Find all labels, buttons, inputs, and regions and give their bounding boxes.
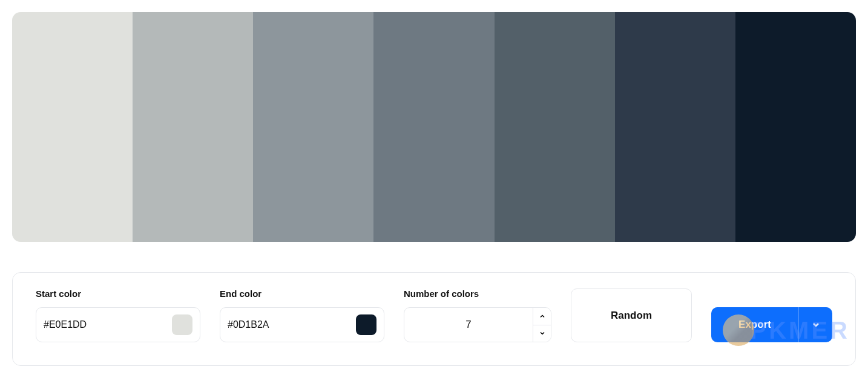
- number-of-colors-input[interactable]: [404, 308, 533, 342]
- decrement-button[interactable]: [533, 325, 551, 342]
- chevron-down-icon: [811, 320, 821, 330]
- number-of-colors-input-wrap: [404, 307, 551, 342]
- export-dropdown-button[interactable]: [798, 307, 832, 342]
- controls-panel: Start color End color Number of colors: [12, 272, 856, 366]
- export-button[interactable]: Export: [711, 307, 798, 342]
- end-color-input[interactable]: [228, 319, 349, 330]
- start-color-preview[interactable]: [172, 314, 192, 335]
- color-swatch[interactable]: [615, 12, 735, 242]
- start-color-label: Start color: [36, 288, 200, 299]
- start-color-input-wrap[interactable]: [36, 307, 200, 342]
- end-color-preview[interactable]: [356, 314, 376, 335]
- start-color-input[interactable]: [44, 319, 165, 330]
- color-swatch[interactable]: [495, 12, 615, 242]
- color-swatch[interactable]: [735, 12, 856, 242]
- chevron-up-icon: [539, 313, 546, 320]
- increment-button[interactable]: [533, 308, 551, 325]
- export-button-group: Export: [711, 307, 832, 342]
- end-color-label: End color: [220, 288, 384, 299]
- random-action-group: Random: [571, 288, 692, 342]
- random-button[interactable]: Random: [571, 288, 692, 342]
- export-action-group: Export: [711, 288, 832, 342]
- start-color-group: Start color: [36, 288, 200, 342]
- number-spinners: [533, 308, 551, 342]
- end-color-input-wrap[interactable]: [220, 307, 384, 342]
- color-swatch[interactable]: [133, 12, 253, 242]
- color-swatch[interactable]: [12, 12, 133, 242]
- number-of-colors-group: Number of colors: [404, 288, 551, 342]
- end-color-group: End color: [220, 288, 384, 342]
- chevron-down-icon: [539, 330, 546, 337]
- number-of-colors-label: Number of colors: [404, 288, 551, 299]
- color-palette: [12, 12, 856, 242]
- color-swatch[interactable]: [373, 12, 494, 242]
- color-swatch[interactable]: [253, 12, 373, 242]
